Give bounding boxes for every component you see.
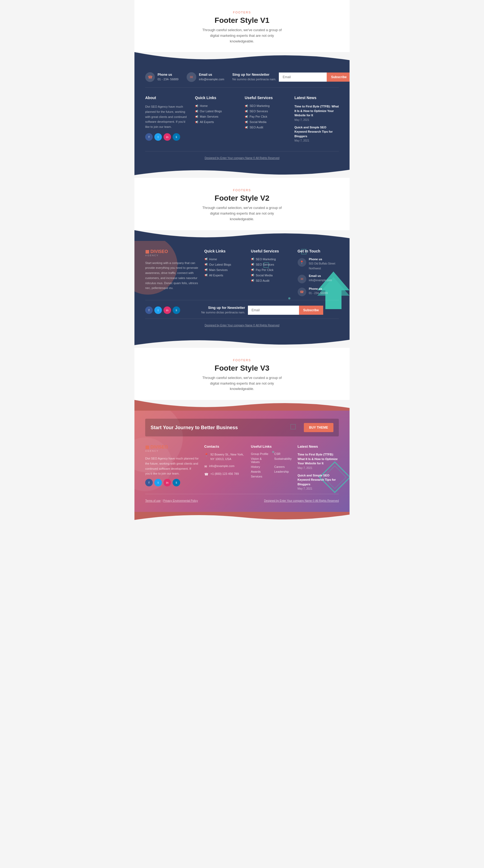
quick-links-list: 📢Home 📢Our Latest Blogs 📢Main Services 📢… (195, 104, 239, 124)
news-date-v3-2: May 7, 2021 (298, 487, 339, 490)
list-item: 📢Main Services (204, 268, 246, 272)
news-link-v3-1[interactable]: Time to First Byte (TTFB): What It Is & … (298, 452, 339, 466)
instagram-icon-v2[interactable]: in (164, 306, 171, 314)
megaphone-icon: 📢 (195, 104, 198, 107)
news-link-v3-2[interactable]: Quick and Simple SEO Keyword Research Ti… (298, 473, 339, 487)
list-item: 📢Home (204, 257, 246, 261)
megaphone-icon: 📢 (245, 104, 248, 107)
megaphone-icon: 📢 (251, 263, 254, 266)
footer-v1-bottom: Designed by Enter Your company Name © Al… (145, 151, 339, 164)
megaphone-icon: 📢 (251, 268, 254, 271)
logo-divi-v3: DIVI (150, 445, 159, 449)
logo-agency: AGENCY (145, 254, 199, 257)
subscribe-button-v2[interactable]: Subscribe (299, 306, 323, 315)
csr-link[interactable]: CSR (274, 452, 292, 456)
quick-links-col: Quick Links 📢Home 📢Our Latest Blogs 📢Mai… (195, 96, 239, 146)
touch-item-1: 📍 Phone us 503 Old Buffalo Street Northw… (298, 257, 339, 271)
history-link[interactable]: History (251, 465, 269, 468)
privacy-link[interactable]: Privacy Environmental Policy (163, 499, 198, 502)
social-icons-v1: f t in li (145, 133, 190, 141)
copyright-link-v3[interactable]: Designed by Enter Your company Name © Al… (264, 499, 339, 502)
useful-services-col-v2: Useful Services 📢SEO Marketing 📢SEO Serv… (251, 249, 292, 300)
address-text: 92 Bowery St., New York, NY 10013, USA (210, 452, 246, 461)
home-link[interactable]: Home (200, 104, 207, 107)
megaphone-icon: 📢 (204, 257, 207, 260)
touch-item-2: ✉ Email us info@example.com (298, 274, 339, 283)
linkedin-icon[interactable]: li (173, 133, 180, 141)
megaphone-icon: 📢 (204, 274, 207, 277)
list-item: 📢SEO Marketing (245, 104, 289, 107)
seo-audit-link[interactable]: SEO Audit (250, 126, 263, 129)
seo-marketing-link[interactable]: SEO Marketing (250, 104, 270, 107)
phone-contact: ☎ Phone us 01 - 234- 56889 (145, 72, 178, 82)
instagram-icon-v3[interactable]: in (164, 479, 171, 486)
buy-theme-button[interactable]: BUY THEME (304, 423, 334, 432)
pay-per-click-link-v2[interactable]: Pay Per Click (256, 268, 274, 272)
megaphone-icon: 📢 (195, 115, 198, 118)
seo-services-link[interactable]: SEO Services (250, 110, 268, 113)
facebook-icon[interactable]: f (145, 133, 153, 141)
copyright-link-v2[interactable]: Designed by Enter Your company Name © Al… (205, 324, 279, 327)
list-item: ☎ +1 (800) 123 456 789 (204, 472, 246, 477)
newsletter-email-input-v2[interactable] (248, 306, 299, 315)
facebook-icon-v3[interactable]: f (145, 479, 153, 486)
copyright-link-v1[interactable]: Designed by Enter Your company Name © Al… (205, 157, 279, 159)
footer-v1-title: Footer Style V1 (140, 16, 344, 25)
seo-marketing-link-v2[interactable]: SEO Marketing (256, 257, 276, 261)
services-link[interactable]: Services (251, 475, 269, 478)
footer-left-links: Terms of use | Privacy Environmental Pol… (145, 498, 198, 503)
facebook-icon-v2[interactable]: f (145, 306, 153, 314)
touch-value-3: 01 - 234- 56889 (309, 292, 328, 294)
brand-about-v3: Divi SEO Agency have much planned for th… (145, 456, 199, 476)
latest-blogs-link[interactable]: Our Latest Blogs (200, 110, 222, 113)
megaphone-icon: 📢 (245, 115, 248, 118)
phone-label: Phone us (158, 73, 178, 76)
all-experts-link-v2[interactable]: All Experts (209, 274, 223, 277)
footer-v2: ▩ DIVISEO AGENCY Start working with a co… (135, 241, 349, 337)
subscribe-button-v1[interactable]: Subscribe (327, 72, 349, 82)
touch-value-1: 503 Old Buffalo Street Northwest (309, 262, 335, 270)
footer-v2-copyright: Designed by Enter Your company Name © Al… (145, 318, 339, 332)
newsletter-form-v2: Sing up for Newsletter Ne summo dictas p… (186, 306, 339, 315)
careers-link[interactable]: Careers (274, 465, 292, 468)
latest-blogs-link-v2[interactable]: Our Latest Blogs (209, 263, 231, 266)
linkedin-icon-v2[interactable]: li (173, 306, 180, 314)
linkedin-icon-v3[interactable]: li (173, 479, 180, 486)
instagram-icon[interactable]: in (164, 133, 171, 141)
terms-link[interactable]: Terms of use (145, 499, 161, 502)
list-item: 📢SEO Audit (245, 126, 289, 129)
social-media-link[interactable]: Social Media (250, 120, 266, 124)
social-media-link-v2[interactable]: Social Media (256, 274, 273, 277)
footer-v1-topbar: ☎ Phone us 01 - 234- 56889 ✉ Email us in… (145, 68, 339, 88)
newsletter-email-input-v1[interactable] (279, 72, 327, 82)
seo-audit-link-v2[interactable]: SEO Audit (256, 279, 269, 282)
main-services-link-v2[interactable]: Main Services (209, 268, 228, 272)
phone-number: 01 - 234- 56889 (158, 78, 178, 81)
get-in-touch-title: Get In Touch (298, 249, 339, 253)
main-services-link[interactable]: Main Services (200, 115, 218, 118)
home-link-v2[interactable]: Home (209, 257, 217, 261)
awards-link[interactable]: Awards (251, 470, 269, 473)
sustainability-link[interactable]: Sustainability (274, 457, 292, 464)
news-link-1[interactable]: Time to First Byte (TTFB): What It Is & … (294, 104, 339, 118)
group-profile-link[interactable]: Group Profile (251, 452, 269, 456)
megaphone-icon: 📢 (204, 268, 207, 271)
pay-per-click-link[interactable]: Pay Per Click (250, 115, 267, 118)
useful-services-list-v2: 📢SEO Marketing 📢SEO Services 📢Pay Per Cl… (251, 257, 292, 282)
brand-col-v3: ▩ DIVISEO AGENCY Divi SEO Agency have mu… (145, 444, 199, 494)
vision-values-link[interactable]: Vision & Values (251, 457, 269, 464)
brand-col-v2: ▩ DIVISEO AGENCY Start working with a co… (145, 249, 199, 300)
leadership-link[interactable]: Leadership (274, 470, 292, 473)
megaphone-icon: 📢 (245, 126, 248, 129)
twitter-icon-v2[interactable]: t (154, 306, 162, 314)
all-experts-link[interactable]: All Experts (200, 120, 214, 124)
email-label: Email us (199, 73, 224, 76)
news-link-2[interactable]: Quick and Simple SEO Keyword Research Ti… (294, 125, 339, 138)
list-item: ✉ info@example.com (204, 464, 246, 469)
email-text-v3: info@example.com (209, 464, 234, 468)
twitter-icon-v3[interactable]: t (154, 479, 162, 486)
twitter-icon[interactable]: t (154, 133, 162, 141)
seo-services-link-v2[interactable]: SEO Services (256, 263, 274, 266)
touch-value-2: info@example.com (309, 279, 332, 282)
location-icon-v3: 📍 (204, 453, 208, 457)
